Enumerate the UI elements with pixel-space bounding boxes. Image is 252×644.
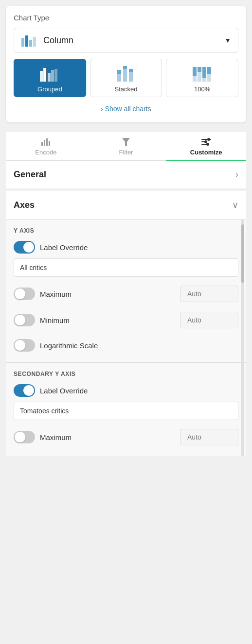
svg-marker-27 bbox=[122, 138, 130, 146]
y-axis-log-scale-toggle[interactable] bbox=[14, 339, 35, 352]
100pct-label: 100% bbox=[194, 85, 210, 93]
svg-rect-8 bbox=[54, 69, 57, 82]
dropdown-arrow-icon: ▼ bbox=[224, 36, 231, 44]
chart-type-label: Chart Type bbox=[14, 14, 238, 22]
svg-point-31 bbox=[207, 138, 210, 141]
y-axis-maximum-toggle[interactable] bbox=[14, 288, 35, 300]
svg-point-32 bbox=[204, 140, 207, 143]
stacked-chart-icon bbox=[115, 65, 137, 83]
y-axis-log-scale-label: Logarithmic Scale bbox=[40, 341, 98, 350]
axes-panel: Y AXIS Label Override Maximum Minimum bbox=[6, 220, 246, 456]
svg-rect-26 bbox=[49, 141, 50, 146]
stacked-label: Stacked bbox=[115, 85, 138, 93]
svg-rect-4 bbox=[40, 71, 43, 82]
chart-option-100pct[interactable]: 100% bbox=[166, 59, 238, 97]
tab-customize-label: Customize bbox=[190, 149, 222, 156]
scrollbar-track[interactable] bbox=[241, 220, 244, 456]
svg-rect-11 bbox=[123, 69, 127, 82]
secondary-y-axis-maximum-toggle[interactable] bbox=[14, 431, 35, 443]
scrollbar-thumb[interactable] bbox=[241, 224, 244, 283]
svg-rect-18 bbox=[198, 67, 201, 72]
tab-bar: Encode Filter Customize bbox=[6, 132, 246, 161]
svg-rect-20 bbox=[202, 67, 206, 78]
secondary-y-axis-title: SECONDARY Y AXIS bbox=[6, 363, 246, 381]
divider-1 bbox=[0, 128, 252, 132]
chart-type-dropdown[interactable]: Column ▼ bbox=[14, 28, 238, 53]
y-axis-maximum-row: Maximum bbox=[6, 283, 246, 305]
chart-option-grouped[interactable]: Grouped bbox=[14, 59, 86, 97]
tab-encode-label: Encode bbox=[35, 149, 56, 156]
svg-rect-16 bbox=[193, 67, 197, 76]
tab-filter[interactable]: Filter bbox=[86, 132, 166, 160]
column-chart-icon bbox=[21, 33, 38, 48]
chart-options-group: Grouped Stacked bbox=[14, 59, 238, 97]
y-axis-minimum-label: Minimum bbox=[40, 316, 70, 324]
show-all-charts-link[interactable]: › Show all charts bbox=[14, 103, 238, 115]
y-axis-maximum-label: Maximum bbox=[40, 290, 72, 298]
general-label: General bbox=[14, 169, 46, 180]
chart-option-stacked[interactable]: Stacked bbox=[90, 59, 162, 97]
svg-rect-1 bbox=[25, 35, 28, 47]
axes-chevron-down-icon: ∨ bbox=[232, 200, 238, 210]
chevron-down-icon: › bbox=[101, 105, 103, 113]
svg-rect-2 bbox=[29, 40, 32, 47]
svg-point-33 bbox=[206, 143, 209, 146]
100pct-chart-icon bbox=[192, 65, 213, 83]
secondary-y-axis-maximum-label: Maximum bbox=[40, 433, 72, 441]
y-axis-title: Y AXIS bbox=[6, 220, 246, 238]
secondary-y-axis-label-input[interactable] bbox=[14, 402, 238, 420]
filter-icon bbox=[122, 137, 130, 147]
y-axis-label-input[interactable] bbox=[14, 258, 238, 277]
y-axis-minimum-input[interactable] bbox=[180, 312, 238, 328]
svg-rect-7 bbox=[51, 70, 54, 82]
secondary-y-axis-label-override-row: Label Override bbox=[6, 381, 246, 400]
svg-rect-3 bbox=[33, 37, 36, 47]
secondary-y-axis-label-override-toggle[interactable] bbox=[14, 384, 35, 397]
chart-type-selected-label: Column bbox=[43, 35, 73, 46]
svg-rect-12 bbox=[123, 66, 127, 69]
y-axis-label-override-label: Label Override bbox=[40, 243, 88, 252]
svg-rect-22 bbox=[207, 67, 211, 74]
show-all-label: Show all charts bbox=[105, 105, 151, 113]
svg-rect-13 bbox=[129, 72, 133, 82]
svg-rect-14 bbox=[129, 69, 133, 72]
general-chevron-right-icon: › bbox=[235, 169, 238, 180]
encode-icon bbox=[40, 137, 51, 147]
y-axis-minimum-toggle[interactable] bbox=[14, 314, 35, 326]
tab-encode[interactable]: Encode bbox=[6, 132, 86, 160]
svg-rect-9 bbox=[117, 74, 121, 82]
axes-label: Axes bbox=[14, 200, 35, 210]
secondary-y-axis-label-override-label: Label Override bbox=[40, 387, 88, 395]
general-section[interactable]: General › bbox=[6, 161, 246, 189]
svg-rect-5 bbox=[43, 68, 46, 82]
grouped-chart-icon bbox=[39, 65, 60, 83]
svg-rect-0 bbox=[21, 38, 24, 47]
secondary-y-axis-maximum-row: Maximum bbox=[6, 426, 246, 448]
y-axis-minimum-row: Minimum bbox=[6, 309, 246, 331]
svg-rect-10 bbox=[117, 70, 121, 74]
tab-filter-label: Filter bbox=[119, 149, 133, 156]
svg-rect-25 bbox=[46, 138, 48, 146]
y-axis-label-override-toggle[interactable] bbox=[14, 241, 35, 254]
y-axis-log-scale-row: Logarithmic Scale bbox=[6, 336, 246, 355]
customize-icon bbox=[201, 137, 212, 147]
axes-section-header[interactable]: Axes ∨ bbox=[6, 191, 246, 220]
svg-rect-23 bbox=[41, 142, 43, 146]
svg-rect-24 bbox=[44, 140, 45, 146]
tab-customize[interactable]: Customize bbox=[166, 132, 246, 160]
secondary-y-axis-maximum-input[interactable] bbox=[180, 429, 238, 445]
y-axis-maximum-input[interactable] bbox=[180, 286, 238, 302]
svg-rect-6 bbox=[48, 73, 51, 82]
y-axis-label-override-row: Label Override bbox=[6, 238, 246, 256]
grouped-label: Grouped bbox=[37, 85, 62, 93]
chart-type-panel: Chart Type Column ▼ bbox=[6, 6, 246, 122]
